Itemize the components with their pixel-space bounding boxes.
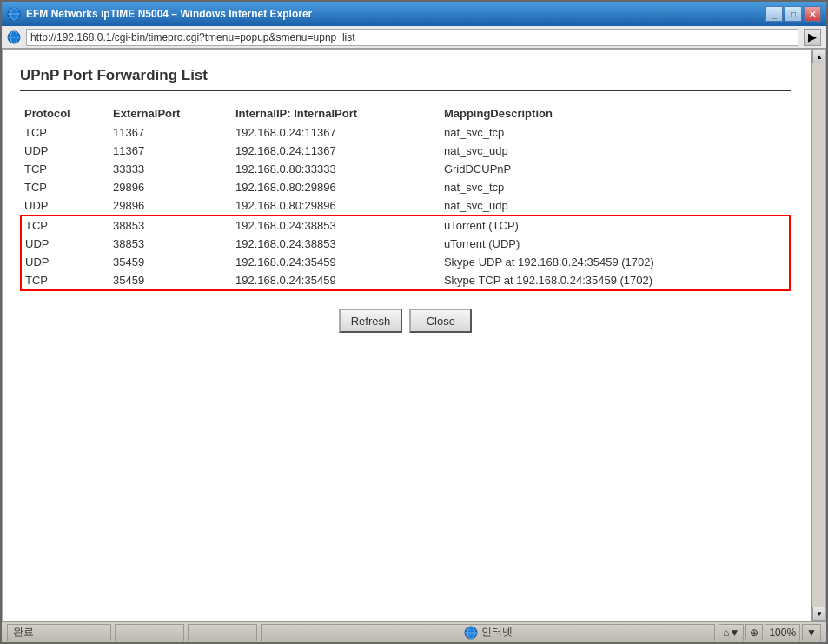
title-bar: EFM Networks ipTIME N5004 – Windows Inte… [2, 2, 826, 26]
cell-external-port: 35459 [109, 271, 232, 290]
table-row: TCP29896192.168.0.80:29896nat_svc_tcp [21, 178, 790, 196]
close-button[interactable]: Close [409, 309, 472, 333]
cell-description: Skype UDP at 192.168.0.24:35459 (1702) [440, 253, 790, 271]
go-button[interactable]: ▶ [804, 29, 821, 46]
table-row: TCP35459192.168.0.24:35459Skype TCP at 1… [21, 271, 790, 290]
internet-label: 인터넷 [481, 625, 513, 640]
zoom-home-button[interactable]: ⌂▼ [719, 624, 744, 641]
browser-icon [7, 7, 21, 21]
cell-internal-ip: 192.168.0.80:33333 [232, 160, 440, 178]
table-header: Protocol ExternalPort InternalIP: Intern… [21, 105, 790, 123]
scroll-down-button[interactable]: ▼ [812, 607, 826, 621]
cell-external-port: 33333 [109, 160, 232, 178]
cell-external-port: 35459 [109, 253, 232, 271]
cell-internal-ip: 192.168.0.24:11367 [232, 123, 440, 142]
buttons-row: Refresh Close [20, 309, 791, 333]
table-row: TCP38853192.168.0.24:38853uTorrent (TCP) [21, 216, 790, 235]
address-bar: ▶ [2, 26, 826, 49]
status-seg2 [115, 624, 184, 641]
cell-protocol: TCP [21, 178, 109, 196]
scrollbar: ▲ ▼ [811, 50, 825, 621]
cell-protocol: UDP [21, 142, 109, 160]
cell-external-port: 11367 [109, 123, 232, 142]
cell-description: GridDCUPnP [440, 160, 790, 178]
maximize-button[interactable]: □ [785, 6, 802, 22]
upnp-table: Protocol ExternalPort InternalIP: Intern… [20, 105, 791, 291]
zoom-dropdown-button[interactable]: ▼ [802, 624, 821, 641]
cell-external-port: 29896 [109, 178, 232, 196]
cell-description: uTorrent (UDP) [440, 235, 790, 253]
cell-internal-ip: 192.168.0.24:35459 [232, 253, 440, 271]
cell-external-port: 38853 [109, 235, 232, 253]
upnp-table-container: Protocol ExternalPort InternalIP: Intern… [20, 105, 791, 291]
col-external-port: ExternalPort [109, 105, 232, 123]
zoom-level[interactable]: 100% [765, 624, 800, 641]
table-row: UDP38853192.168.0.24:38853uTorrent (UDP) [21, 235, 790, 253]
page-title: UPnP Port Forwarding List [20, 67, 791, 91]
window-title: EFM Networks ipTIME N5004 – Windows Inte… [26, 8, 765, 20]
cell-internal-ip: 192.168.0.80:29896 [232, 178, 440, 196]
cell-protocol: TCP [21, 160, 109, 178]
refresh-button[interactable]: Refresh [339, 309, 403, 333]
table-row: UDP11367192.168.0.24:11367nat_svc_udp [21, 142, 790, 160]
cell-description: nat_svc_udp [440, 196, 790, 216]
cell-description: nat_svc_tcp [440, 123, 790, 142]
col-protocol: Protocol [21, 105, 109, 123]
cell-protocol: TCP [21, 123, 109, 142]
cell-description: Skype TCP at 192.168.0.24:35459 (1702) [440, 271, 790, 290]
cell-protocol: UDP [21, 253, 109, 271]
table-row: UDP29896192.168.0.80:29896nat_svc_udp [21, 196, 790, 216]
cell-external-port: 11367 [109, 142, 232, 160]
col-description: MappingDescription [440, 105, 790, 123]
cell-internal-ip: 192.168.0.24:38853 [232, 235, 440, 253]
table-row: TCP33333192.168.0.80:33333GridDCUPnP [21, 160, 790, 178]
cell-protocol: TCP [21, 271, 109, 290]
minimize-button[interactable]: _ [765, 6, 783, 22]
zoom-plus-button[interactable]: ⊕ [745, 624, 763, 641]
scroll-up-button[interactable]: ▲ [812, 50, 826, 63]
cell-internal-ip: 192.168.0.80:29896 [232, 196, 440, 216]
cell-protocol: UDP [21, 235, 109, 253]
content-area: ▲ ▼ UPnP Port Forwarding List Protocol E… [2, 49, 826, 621]
status-main: 완료 [7, 624, 111, 641]
page-icon [7, 30, 21, 44]
address-input[interactable] [26, 29, 798, 46]
cell-description: uTorrent (TCP) [440, 216, 790, 235]
globe-icon [464, 626, 478, 640]
status-internet: 인터넷 [261, 624, 715, 641]
scroll-track [812, 63, 825, 607]
window-controls: _ □ ✕ [765, 6, 821, 22]
cell-internal-ip: 192.168.0.24:11367 [232, 142, 440, 160]
cell-external-port: 29896 [109, 196, 232, 216]
status-seg3 [188, 624, 257, 641]
table-row: UDP35459192.168.0.24:35459Skype UDP at 1… [21, 253, 790, 271]
table-row: TCP11367192.168.0.24:11367nat_svc_tcp [21, 123, 790, 142]
cell-internal-ip: 192.168.0.24:35459 [232, 271, 440, 290]
cell-description: nat_svc_tcp [440, 178, 790, 196]
cell-external-port: 38853 [109, 216, 232, 235]
col-internal-ip: InternalIP: InternalPort [232, 105, 440, 123]
cell-protocol: UDP [21, 196, 109, 216]
close-window-button[interactable]: ✕ [804, 6, 821, 22]
cell-protocol: TCP [21, 216, 109, 235]
status-bar: 완료 인터넷 ⌂▼ ⊕ 100% ▼ [2, 621, 826, 642]
cell-internal-ip: 192.168.0.24:38853 [232, 216, 440, 235]
status-right: ⌂▼ ⊕ 100% ▼ [719, 624, 821, 641]
page-content: UPnP Port Forwarding List Protocol Exter… [3, 50, 811, 621]
cell-description: nat_svc_udp [440, 142, 790, 160]
